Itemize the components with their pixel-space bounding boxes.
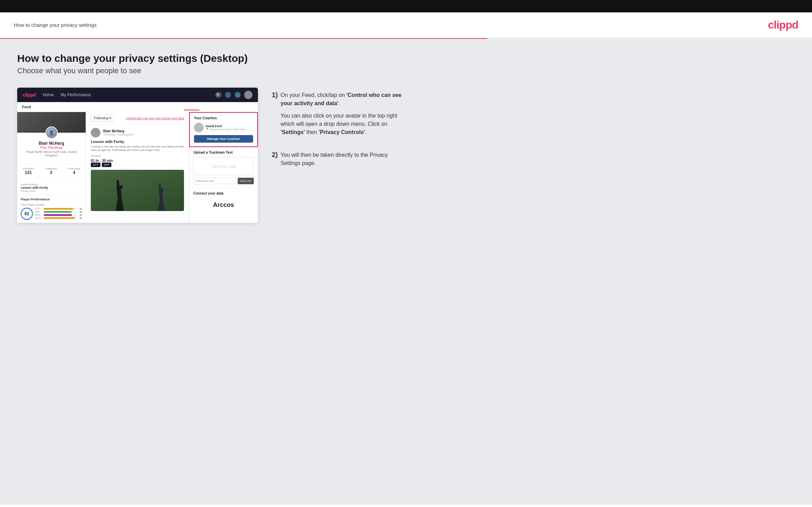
bar-arg-track [44,214,76,216]
bar-ott-label: OTT [35,208,43,210]
bar-putt-label: PUTT [35,217,43,219]
pin-icon: 📍 [206,128,209,131]
quality-row: 92 OTT 90 APP [21,208,82,220]
post-author-name: Blair McHarg [103,129,133,133]
stat-following-label: Following [68,167,80,170]
bar-ott-val: 90 [77,208,82,210]
step1-text-1: On your Feed, click/tap on 'Control who … [281,91,402,108]
main-content: How to change your privacy settings (Des… [0,39,812,505]
add-link-button[interactable]: Add Link [238,178,254,184]
step2-text: You will then be taken directly to the P… [281,151,402,167]
coach-info: David Ford 📍 Royal North Devon Golf Club [206,124,245,131]
trackman-placeholder: Trackman Link [211,164,236,168]
post-author-info: Blair McHarg Yesterday · Sunningdale [103,129,133,136]
mock-center-panel: Following ▾ Control who can see your act… [86,112,189,223]
bar-app-val: 85 [77,211,82,213]
post-duration-value: 01 hr : 30 min [91,159,184,163]
mock-right-panel: Your Coaches David Ford 📍 Royal North De… [189,112,258,223]
performance-bars: OTT 90 APP [35,208,82,220]
bar-app-label: APP [35,211,43,213]
instructions-column: 1) On your Feed, click/tap on 'Control w… [272,88,402,182]
trackman-box: Trackman Link [193,157,254,175]
golfer2-silhouette [153,184,170,211]
stat-activities: Activities 131 [23,167,34,175]
two-column-layout: clippd Home My Performance 🔍 👤 🌐 Feed [17,88,795,223]
stat-activities-label: Activities [23,167,34,170]
stat-following: Following 4 [68,167,80,175]
post-header: Blair McHarg Yesterday · Sunningdale [91,128,184,137]
post-title: Lesson with Fordy [91,140,184,144]
mock-logo: clippd [23,92,36,98]
tag-ott: OTT [91,163,100,167]
bar-putt-track [44,217,76,219]
post-date: Yesterday · Sunningdale [103,133,133,136]
bar-arg-val: 86 [77,214,82,216]
profile-stats: Activities 131 Followers 3 Following 4 [17,164,86,178]
breadcrumb: How to change your privacy settings [14,22,97,28]
bar-app: APP 85 [35,211,82,213]
step1-block: 1) On your Feed, click/tap on 'Control w… [272,91,402,141]
feed-tab: Feed [17,102,258,112]
bar-app-track [44,211,76,213]
profile-banner: 👤 [17,112,86,133]
page-header: How to change your privacy settings clip… [0,12,812,38]
post-description: Looking to feel like my hands are exitin… [91,145,184,152]
profile-club: Royal North Devon Golf Club, United King… [21,150,82,157]
mock-body: 👤 Blair McHarg Plus Handicap Royal North… [17,112,258,223]
bar-putt-fill [44,217,75,219]
coach-row: David Ford 📍 Royal North Devon Golf Club [194,123,253,132]
stat-followers-label: Followers [45,167,57,170]
following-button[interactable]: Following ▾ [91,115,114,121]
stat-activities-value: 131 [23,170,34,175]
stat-following-value: 4 [68,170,80,175]
player-performance: Player Performance Total Player Quality … [17,195,86,223]
mock-nav-home: Home [43,92,54,97]
globe-icon: 🌐 [235,92,241,98]
upload-title: Upload a Trackman Test [193,151,254,154]
clippd-logo: clippd [768,19,798,31]
step1-text-2: You can also click on your avatar in the… [281,112,402,136]
trackman-input[interactable] [193,178,236,184]
bar-arg-fill [44,214,72,216]
coaches-annotation-box: Your Coaches David Ford 📍 Royal North De… [189,112,258,147]
bar-ott-track [44,208,76,210]
upload-section: Upload a Trackman Test Trackman Link Add… [189,147,258,188]
page-footer: Copyright Clippd 2022 [0,505,812,507]
arccos-brand: Arccos [193,198,254,212]
step2-number: 2) [272,151,278,159]
step1-content: On your Feed, click/tap on 'Control who … [281,91,402,141]
coach-club: 📍 Royal North Devon Golf Club [206,128,245,131]
profile-handicap: Plus Handicap [21,146,82,150]
manage-coaches-button[interactable]: Manage Your Coaches [194,135,253,143]
total-quality-label: Total Player Quality [21,203,82,206]
control-privacy-link[interactable]: Control who can see your activity and da… [126,117,184,120]
bar-putt: PUTT 96 [35,217,82,219]
player-performance-title: Player Performance [21,198,82,201]
step1-number: 1) [272,91,278,99]
coaches-section: Your Coaches David Ford 📍 Royal North De… [190,113,257,146]
search-icon: 🔍 [215,92,221,98]
feed-header: Following ▾ Control who can see your act… [86,112,189,124]
coach-name: David Ford [206,124,245,128]
latest-activity: Latest Activity Lesson with Fordy 03 Aug… [17,181,86,195]
article-subtitle: Choose what you want people to see [17,66,795,75]
mock-nav-icons: 🔍 👤 🌐 [215,91,252,99]
profile-name: Blair McHarg [21,141,82,146]
bar-ott: OTT 90 [35,208,82,210]
connect-title: Connect your data [193,191,254,195]
golfer1-silhouette [109,180,130,211]
mock-nav-performance: My Performance [61,92,91,97]
latest-activity-label: Latest Activity [21,183,82,186]
trackman-input-row: Add Link [193,178,254,184]
step2-content: You will then be taken directly to the P… [281,151,402,172]
coaches-title: Your Coaches [194,116,253,120]
coach-club-text: Royal North Devon Golf Club [210,128,245,131]
latest-activity-name: Lesson with Fordy [21,186,82,189]
profile-avatar: 👤 [45,126,58,139]
post-duration-label: Duration [91,154,184,157]
connect-section: Connect your data Arccos [189,188,258,216]
tag-app: APP [102,163,111,167]
coach-avatar [194,123,204,132]
mock-left-panel: 👤 Blair McHarg Plus Handicap Royal North… [17,112,86,223]
bar-arg-label: ARG [35,214,43,216]
